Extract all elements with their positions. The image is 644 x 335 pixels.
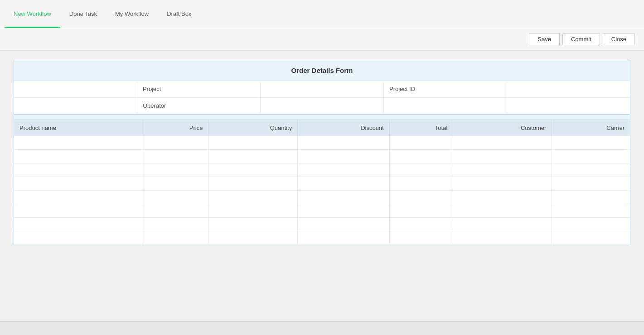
operator-label: Operator [143, 102, 166, 109]
main-content: Order Details Form Project Project ID [0, 51, 644, 263]
project-id-label: Project ID [389, 86, 415, 92]
table-row [14, 177, 630, 190]
project-label: Project [143, 86, 161, 92]
field-cell-operator-input [261, 98, 384, 114]
save-button[interactable]: Save [529, 34, 559, 45]
close-button[interactable]: Close [603, 33, 635, 45]
fields-section: Project Project ID Operator [14, 81, 630, 115]
table-row [14, 204, 630, 217]
section-separator [14, 115, 630, 120]
tab-my-workflow[interactable]: My Workflow [106, 0, 158, 28]
col-header-customer: Customer [453, 120, 552, 136]
col-header-product-name: Product name [14, 120, 142, 136]
tab-bar: New Workflow Done Task My Workflow Draft… [0, 0, 644, 28]
form-title: Order Details Form [291, 67, 353, 74]
col-header-discount: Discount [298, 120, 390, 136]
table-row [14, 149, 630, 163]
table-row [14, 136, 630, 149]
col-header-price: Price [142, 120, 208, 136]
toolbar: Save Commit Close [0, 28, 644, 51]
table-header-row: Product name Price Quantity Discount Tot [14, 120, 630, 136]
col-header-carrier: Carrier [552, 120, 630, 136]
table-row [14, 163, 630, 177]
table-row [14, 190, 630, 204]
field-cell-project-value [14, 81, 137, 97]
form-title-row: Order Details Form [14, 60, 630, 81]
field-cell-projectid-input [507, 81, 630, 97]
table-row [14, 217, 630, 231]
field-cell-operator-right-label [384, 98, 507, 114]
field-cell-projectid-label: Project ID [384, 81, 507, 97]
field-cell-operator-label: Operator [137, 98, 261, 114]
field-cell-project-input [261, 81, 384, 97]
save-btn-group: Save [529, 33, 560, 45]
data-table: Product name Price Quantity Discount Tot [14, 120, 630, 245]
tab-done-task[interactable]: Done Task [60, 0, 106, 28]
field-row-project: Project Project ID [14, 81, 630, 98]
table-section: Product name Price Quantity Discount Tot [14, 120, 630, 245]
tab-draft-box[interactable]: Draft Box [158, 0, 200, 28]
form-container: Order Details Form Project Project ID [14, 60, 630, 245]
col-header-quantity: Quantity [208, 120, 298, 136]
col-header-total: Total [389, 120, 453, 136]
field-cell-operator-value [14, 98, 137, 114]
commit-button[interactable]: Commit [562, 33, 600, 45]
field-cell-operator-right-input [507, 98, 630, 114]
table-row [14, 231, 630, 244]
field-cell-project-label: Project [137, 81, 261, 97]
field-row-operator: Operator [14, 98, 630, 114]
tab-new-workflow[interactable]: New Workflow [5, 0, 60, 28]
bottom-bar [0, 321, 644, 335]
